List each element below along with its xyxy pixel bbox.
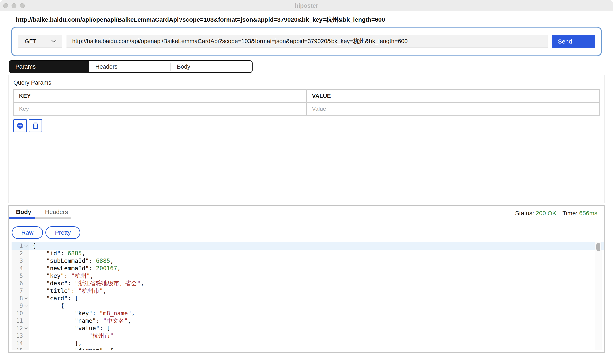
query-params-title: Query Params (13, 79, 600, 86)
method-select-value: GET (25, 38, 37, 45)
response-panel: Body Headers Status: 200 OK Time: 656ms … (8, 205, 605, 353)
line-number: 11 (12, 317, 23, 325)
code-line: 6 "desc": "浙江省辖地级市、省会", (12, 280, 604, 287)
param-value-input[interactable] (312, 106, 594, 112)
line-number: 6 (12, 280, 23, 287)
line-number: 9 (12, 302, 23, 310)
chevron-down-icon (51, 40, 57, 43)
code-line: 2 "id": 6885, (12, 250, 604, 257)
window-titlebar: hiposter (0, 0, 613, 11)
code-line: 12 "value": [ (12, 325, 604, 332)
line-number: 8 (12, 295, 23, 302)
key-column-header: KEY (14, 90, 306, 103)
code-line: 10 "key": "m8_name", (12, 310, 604, 317)
fold-arrow-icon[interactable] (23, 245, 29, 247)
code-line: 7 "title": "杭州市", (12, 287, 604, 295)
line-number: 7 (12, 287, 23, 295)
window-title: hiposter (0, 2, 613, 9)
method-select[interactable]: GET (18, 35, 62, 48)
response-tab-headers[interactable]: Headers (45, 208, 68, 215)
line-number: 15 (12, 347, 23, 350)
active-tab-underline (9, 217, 35, 219)
tab-headers[interactable]: Headers (89, 61, 170, 72)
request-tabs: Params Headers Body (9, 60, 252, 73)
line-number: 1 (12, 242, 23, 250)
param-key-input[interactable] (19, 106, 301, 112)
response-body-viewer[interactable]: 1{2 "id": 6885,3 "subLemmaId": 6885,4 "n… (12, 242, 604, 350)
tab-body[interactable]: Body (170, 61, 252, 72)
code-line: 5 "key": "杭州", (12, 272, 604, 280)
scrollbar[interactable] (595, 242, 601, 350)
value-column-header: VALUE (306, 90, 599, 103)
request-url-heading: http://baike.baidu.com/api/openapi/Baike… (16, 16, 613, 24)
code-line: 9 { (12, 302, 604, 310)
pretty-button[interactable]: Pretty (45, 226, 80, 239)
line-number: 12 (12, 325, 23, 332)
code-line: 14 ], (12, 339, 604, 347)
line-number: 10 (12, 310, 23, 317)
raw-button[interactable]: Raw (12, 226, 43, 239)
code-line: 3 "subLemmaId": 6885, (12, 257, 604, 265)
code-line: 4 "newLemmaId": 200167, (12, 265, 604, 272)
request-bar: GET Send (11, 27, 602, 56)
scrollbar-thumb[interactable] (596, 243, 600, 251)
send-button[interactable]: Send (552, 35, 595, 48)
response-status: Status: 200 OK Time: 656ms (515, 210, 597, 217)
code-line: 13 "杭州市" (12, 332, 604, 339)
line-number: 13 (12, 332, 23, 339)
line-number: 14 (12, 339, 23, 347)
delete-row-button[interactable] (29, 119, 42, 132)
code-line: 1{ (12, 242, 604, 250)
status-label: Status: (515, 210, 534, 216)
line-number: 5 (12, 272, 23, 280)
tab-underline-track (35, 217, 71, 219)
response-tab-body[interactable]: Body (16, 208, 31, 215)
code-lines: 1{2 "id": 6885,3 "subLemmaId": 6885,4 "n… (12, 242, 604, 350)
fold-arrow-icon[interactable] (23, 327, 29, 329)
query-params-table: KEY VALUE (13, 89, 600, 116)
time-label: Time: (562, 210, 578, 216)
code-line: 11 "name": "中文名", (12, 317, 604, 325)
tab-divider (170, 63, 171, 71)
add-row-button[interactable] (13, 119, 27, 132)
fold-arrow-icon[interactable] (23, 305, 29, 307)
code-line: 15 "format": [ (12, 347, 604, 350)
status-value: 200 OK (536, 210, 557, 216)
url-input[interactable] (67, 35, 548, 48)
table-row (14, 103, 599, 115)
code-line: 8 "card": [ (12, 295, 604, 302)
plus-circle-icon (16, 122, 24, 130)
time-value: 656ms (579, 210, 597, 216)
query-params-panel: Query Params KEY VALUE (9, 75, 604, 203)
trash-icon (32, 122, 39, 129)
tab-params[interactable]: Params (9, 60, 89, 73)
fold-arrow-icon[interactable] (23, 297, 29, 299)
line-number: 3 (12, 257, 23, 265)
line-number: 2 (12, 250, 23, 257)
line-number: 4 (12, 265, 23, 272)
